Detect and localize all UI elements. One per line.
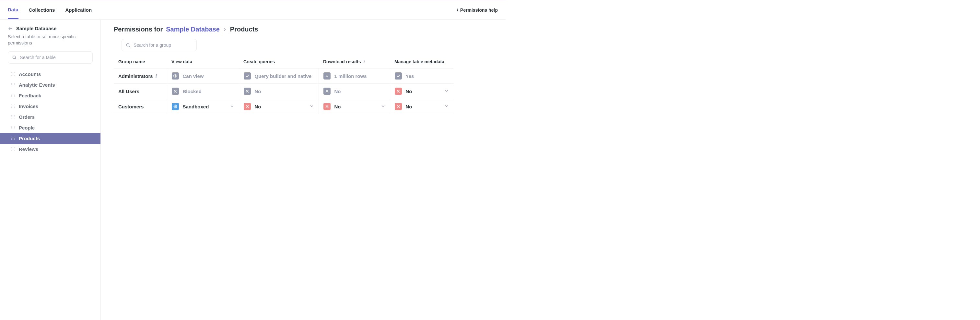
sandbox-icon bbox=[172, 103, 179, 110]
svg-point-35 bbox=[14, 106, 14, 106]
svg-point-60 bbox=[11, 138, 12, 139]
svg-point-36 bbox=[11, 107, 12, 108]
svg-point-22 bbox=[13, 94, 13, 94]
col-view-data: View data bbox=[167, 55, 239, 69]
check-icon bbox=[395, 72, 402, 80]
perm-cell-manage: Yes bbox=[390, 69, 453, 84]
sidebar-title: Sample Database bbox=[16, 26, 56, 31]
tab-application[interactable]: Application bbox=[65, 1, 92, 19]
table-row: CustomersSandboxedNoNoNo bbox=[114, 99, 453, 114]
x-icon bbox=[395, 88, 402, 95]
chevron-down-icon bbox=[381, 104, 385, 109]
perm-cell-label: 1 million rows bbox=[334, 74, 367, 79]
group-name-label: Administrators bbox=[118, 74, 153, 79]
svg-point-55 bbox=[13, 128, 13, 129]
group-name-cell: Customers bbox=[114, 99, 167, 114]
sidebar-item-analytic-events[interactable]: Analytic Events bbox=[0, 80, 100, 90]
perm-cell-label: No bbox=[255, 104, 261, 109]
perm-cell-download[interactable]: No bbox=[318, 99, 390, 114]
svg-point-9 bbox=[11, 75, 12, 75]
group-name-label: Customers bbox=[118, 104, 143, 109]
svg-point-10 bbox=[13, 75, 13, 75]
grip-icon bbox=[11, 104, 15, 109]
perm-cell-manage[interactable]: No bbox=[390, 84, 453, 99]
sidebar-item-label: Accounts bbox=[19, 71, 41, 77]
svg-point-43 bbox=[13, 117, 13, 117]
perm-cell-label: Yes bbox=[406, 74, 414, 79]
perm-cell-view[interactable]: Sandboxed bbox=[167, 99, 239, 114]
svg-point-4 bbox=[13, 72, 13, 73]
sidebar-item-accounts[interactable]: Accounts bbox=[0, 69, 100, 80]
svg-point-54 bbox=[11, 128, 12, 129]
sidebar-item-feedback[interactable]: Feedback bbox=[0, 90, 100, 101]
svg-point-58 bbox=[13, 137, 13, 137]
svg-point-31 bbox=[13, 104, 13, 105]
svg-point-59 bbox=[14, 137, 14, 137]
perm-cell-label: No bbox=[255, 89, 261, 94]
svg-point-11 bbox=[14, 75, 14, 75]
chevron-right-icon bbox=[223, 26, 227, 33]
svg-point-19 bbox=[13, 86, 13, 86]
svg-point-44 bbox=[14, 117, 14, 117]
eye-icon bbox=[172, 72, 179, 80]
svg-point-69 bbox=[11, 149, 12, 149]
svg-point-49 bbox=[13, 126, 13, 126]
perm-cell-manage[interactable]: No bbox=[390, 99, 453, 114]
sidebar-item-orders[interactable]: Orders bbox=[0, 112, 100, 122]
grip-icon bbox=[11, 125, 15, 130]
sidebar-item-label: People bbox=[19, 125, 35, 130]
perm-cell-label: No bbox=[406, 104, 412, 109]
sidebar-item-label: Feedback bbox=[19, 93, 41, 98]
table-search-input[interactable] bbox=[20, 55, 89, 60]
svg-point-46 bbox=[13, 118, 13, 118]
svg-point-21 bbox=[11, 94, 12, 94]
tab-data[interactable]: Data bbox=[8, 1, 19, 19]
sidebar-item-products[interactable]: Products bbox=[0, 133, 100, 144]
perm-cell-label: Query builder and native bbox=[255, 74, 312, 79]
svg-line-76 bbox=[129, 46, 130, 47]
info-icon[interactable]: i bbox=[156, 74, 157, 79]
svg-point-12 bbox=[11, 83, 12, 84]
col-manage-metadata: Manage table metadata bbox=[390, 55, 453, 69]
perm-cell-label: No bbox=[334, 89, 341, 94]
group-search-input[interactable] bbox=[134, 43, 192, 48]
breadcrumb-db-link[interactable]: Sample Database bbox=[166, 26, 220, 33]
group-search[interactable] bbox=[121, 39, 197, 51]
sidebar-back[interactable]: Sample Database bbox=[0, 26, 100, 31]
perm-cell-label: Sandboxed bbox=[183, 104, 209, 109]
perm-cell-create: Query builder and native bbox=[239, 69, 318, 84]
group-name-cell: All Users bbox=[114, 84, 167, 99]
x-icon bbox=[244, 103, 251, 110]
sidebar-table-list: AccountsAnalytic EventsFeedbackInvoicesO… bbox=[0, 69, 100, 155]
svg-point-32 bbox=[14, 104, 14, 105]
perm-cell-label: Can view bbox=[183, 74, 204, 79]
sidebar-subtitle: Select a table to set more specific perm… bbox=[0, 31, 100, 51]
sidebar-item-people[interactable]: People bbox=[0, 122, 100, 133]
svg-point-57 bbox=[11, 137, 12, 137]
svg-point-13 bbox=[13, 83, 13, 84]
svg-point-48 bbox=[11, 126, 12, 126]
info-icon[interactable]: i bbox=[364, 59, 365, 64]
perm-cell-create[interactable]: No bbox=[239, 99, 318, 114]
svg-point-52 bbox=[13, 127, 13, 128]
svg-point-62 bbox=[14, 138, 14, 139]
table-search[interactable] bbox=[8, 51, 93, 64]
breadcrumb-table: Products bbox=[230, 26, 258, 33]
svg-point-6 bbox=[11, 74, 12, 74]
svg-point-26 bbox=[14, 95, 14, 96]
sidebar-item-label: Analytic Events bbox=[19, 82, 55, 88]
permissions-help-link[interactable]: i Permissions help bbox=[457, 8, 498, 13]
sidebar-item-invoices[interactable]: Invoices bbox=[0, 101, 100, 112]
svg-point-47 bbox=[14, 118, 14, 118]
svg-point-65 bbox=[14, 139, 14, 140]
sidebar: Sample Database Select a table to set mo… bbox=[0, 20, 101, 320]
chevron-down-icon bbox=[444, 89, 449, 94]
svg-point-25 bbox=[13, 95, 13, 96]
grip-icon bbox=[11, 114, 15, 120]
sidebar-item-reviews[interactable]: Reviews bbox=[0, 144, 100, 155]
svg-point-29 bbox=[14, 96, 14, 97]
svg-point-39 bbox=[11, 115, 12, 116]
chevron-down-icon bbox=[444, 104, 449, 109]
tab-collections[interactable]: Collections bbox=[29, 1, 55, 19]
perm-cell-view: Blocked bbox=[167, 84, 239, 99]
